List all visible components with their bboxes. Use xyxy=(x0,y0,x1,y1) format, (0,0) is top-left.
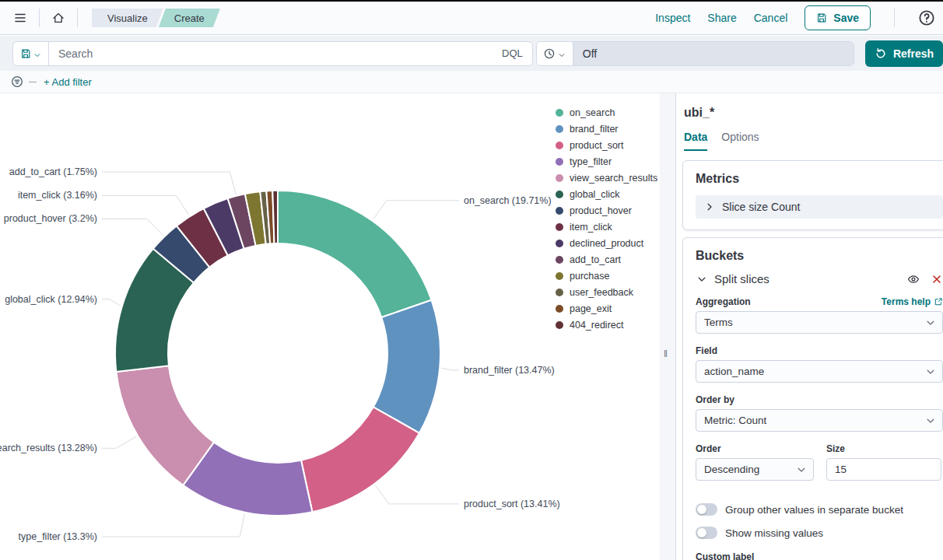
legend-item-user_feedback[interactable]: user_feedback xyxy=(556,284,657,300)
legend-label: declined_product xyxy=(570,238,643,249)
order-select[interactable]: Descending xyxy=(696,458,814,481)
share-link[interactable]: Share xyxy=(707,12,736,24)
legend-label: add_to_cart xyxy=(570,254,621,265)
editor-tabs: Data Options xyxy=(684,131,943,151)
aggregation-label: Aggregation xyxy=(696,296,751,307)
visualization-area: on_search (19.71%)brand_filter (13.47%)p… xyxy=(0,93,660,560)
slice-callout-line xyxy=(102,299,121,306)
legend-item-product_sort[interactable]: product_sort xyxy=(556,137,657,153)
slice-callout-label: item_click (3.16%) xyxy=(18,190,97,201)
group-other-toggle[interactable] xyxy=(696,503,717,516)
field-value: action_name xyxy=(704,366,764,377)
search-bar: DQL xyxy=(12,41,533,66)
legend-swatch xyxy=(556,272,563,280)
help-icon[interactable] xyxy=(918,9,935,26)
breadcrumb-visualize[interactable]: Visualize xyxy=(92,9,163,27)
index-pattern-title: ubi_* xyxy=(684,106,943,120)
divider xyxy=(894,9,895,27)
chart-legend: on_searchbrand_filterproduct_sorttype_fi… xyxy=(556,104,657,333)
legend-label: product_sort xyxy=(570,140,623,151)
refresh-button[interactable]: Refresh xyxy=(865,40,943,67)
time-picker-menu-button[interactable] xyxy=(537,42,573,65)
slice-callout-label: on_search (19.71%) xyxy=(464,195,552,206)
size-input[interactable] xyxy=(826,458,941,481)
slice-callout-label: product_hover (3.2%) xyxy=(4,213,97,224)
legend-item-404_redirect[interactable]: 404_redirect xyxy=(556,317,657,333)
saved-query-menu-button[interactable] xyxy=(13,42,49,65)
legend-label: product_hover xyxy=(570,205,632,216)
legend-item-product_hover[interactable]: product_hover xyxy=(556,202,657,219)
group-other-label: Group other values in separate bucket xyxy=(725,504,903,516)
nav-left: Visualize Create xyxy=(8,5,216,30)
tab-data[interactable]: Data xyxy=(684,131,707,151)
field-label: Field xyxy=(696,345,717,356)
query-language-button[interactable]: DQL xyxy=(493,47,532,59)
save-icon xyxy=(816,12,827,23)
save-button-label: Save xyxy=(833,12,859,24)
field-select[interactable]: action_name xyxy=(696,360,943,383)
field-label-row: Field xyxy=(696,345,943,356)
split-slices-header[interactable]: Split slices xyxy=(696,272,943,285)
legend-item-add_to_cart[interactable]: add_to_cart xyxy=(556,251,657,268)
legend-item-type_filter[interactable]: type_filter xyxy=(556,153,657,170)
legend-item-view_search_results[interactable]: view_search_results xyxy=(556,170,657,186)
save-button[interactable]: Save xyxy=(805,5,871,30)
saved-query-icon xyxy=(20,48,31,59)
filter-dash xyxy=(29,82,37,82)
menu-icon[interactable] xyxy=(8,5,33,30)
aggregation-select[interactable]: Terms xyxy=(696,311,943,334)
split-slices-label: Split slices xyxy=(714,272,769,285)
eye-icon[interactable] xyxy=(907,273,920,285)
tab-options[interactable]: Options xyxy=(721,131,759,151)
legend-swatch xyxy=(556,125,563,133)
aggregation-value: Terms xyxy=(704,317,733,328)
refresh-interval-display[interactable]: Off xyxy=(573,42,854,65)
pie-slice-product_sort[interactable] xyxy=(301,407,419,512)
slice-callout-line xyxy=(102,195,189,215)
legend-label: on_search xyxy=(570,107,615,118)
filter-icon[interactable] xyxy=(11,75,23,88)
legend-swatch xyxy=(556,158,563,166)
chevron-down-icon xyxy=(557,49,566,58)
legend-item-item_click[interactable]: item_click xyxy=(556,219,657,235)
order-size-row: Order Descending Size xyxy=(696,443,943,492)
slice-callout-line xyxy=(373,201,460,220)
legend-item-purchase[interactable]: purchase xyxy=(556,268,657,284)
order-by-select[interactable]: Metric: Count xyxy=(696,409,943,432)
home-icon[interactable] xyxy=(46,5,71,30)
external-link-icon xyxy=(934,297,943,306)
inspect-link[interactable]: Inspect xyxy=(655,12,690,24)
legend-label: global_click xyxy=(570,189,620,200)
close-icon[interactable] xyxy=(931,273,943,285)
order-by-value: Metric: Count xyxy=(704,415,766,426)
metric-slice-size-row[interactable]: Slice size Count xyxy=(696,195,943,219)
legend-label: item_click xyxy=(570,222,612,233)
legend-item-on_search[interactable]: on_search xyxy=(556,104,657,121)
search-input[interactable] xyxy=(49,47,493,60)
slice-callout-line xyxy=(375,485,459,504)
legend-label: 404_redirect xyxy=(570,320,624,331)
pie-slice-404_redirect[interactable] xyxy=(272,191,278,243)
panel-resizer[interactable]: ‖ xyxy=(660,93,676,560)
cancel-link[interactable]: Cancel xyxy=(754,12,788,24)
legend-item-declined_product[interactable]: declined_product xyxy=(556,235,657,251)
legend-item-page_exit[interactable]: page_exit xyxy=(556,300,657,317)
filter-bar: + Add filter xyxy=(0,71,943,93)
chevron-down-icon xyxy=(696,273,708,285)
add-filter-link[interactable]: + Add filter xyxy=(44,76,92,88)
metrics-card: Metrics Slice size Count xyxy=(682,160,943,230)
terms-help-link[interactable]: Terms help xyxy=(882,296,943,307)
breadcrumb-create[interactable]: Create xyxy=(159,9,220,27)
terms-help-label: Terms help xyxy=(882,296,931,307)
slice-callout-label: brand_filter (13.47%) xyxy=(464,365,555,376)
legend-item-brand_filter[interactable]: brand_filter xyxy=(556,121,657,137)
metric-row-label: Slice size Count xyxy=(722,201,800,213)
legend-item-global_click[interactable]: global_click xyxy=(556,186,657,202)
chevron-down-icon xyxy=(795,464,808,476)
pie-slice-on_search[interactable] xyxy=(278,191,432,317)
resize-handle[interactable]: ‖ xyxy=(664,348,668,359)
nav-actions: Inspect Share Cancel Save xyxy=(655,5,935,30)
slice-callout-line xyxy=(102,436,136,448)
show-missing-toggle[interactable] xyxy=(696,527,717,539)
legend-swatch xyxy=(556,240,563,247)
